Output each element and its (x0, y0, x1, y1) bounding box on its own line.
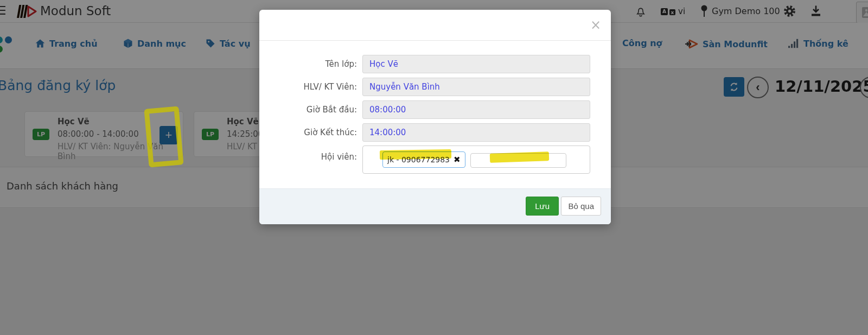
field-value-ten-lop[interactable]: Học Vẽ (362, 55, 590, 73)
field-value-gio-bat-dau[interactable]: 08:00:00 (362, 100, 590, 119)
field-label-gio-bat-dau: Giờ Bắt đầu: (264, 105, 357, 115)
member-search-input[interactable] (470, 153, 566, 168)
class-registration-modal: × Tên lớp: Học Vẽ HLV/ KT Viên: Nguyễn V… (259, 10, 611, 224)
save-button[interactable]: Lưu (526, 197, 559, 216)
field-label-gio-ket-thuc: Giờ Kết thúc: (264, 128, 357, 137)
member-tag[interactable]: jk - 0906772983 ✖ (382, 151, 465, 168)
modal-footer: Lưu Bỏ qua (259, 188, 611, 224)
remove-tag-icon[interactable]: ✖ (454, 155, 461, 165)
member-multiselect[interactable]: jk - 0906772983 ✖ (362, 146, 590, 174)
modal-header: × (259, 10, 611, 41)
close-icon[interactable]: × (590, 18, 601, 31)
app-window: ☰ Modun Soft A x vi (0, 0, 868, 335)
field-value-gio-ket-thuc[interactable]: 14:00:00 (362, 123, 590, 142)
field-value-hlv[interactable]: Nguyễn Văn Bình (362, 78, 590, 96)
field-label-hlv: HLV/ KT Viên: (264, 82, 357, 92)
skip-button[interactable]: Bỏ qua (561, 197, 601, 216)
member-tag-text: jk - 0906772983 (387, 155, 450, 164)
field-label-hoi-vien: Hội viên: (264, 152, 357, 162)
field-label-ten-lop: Tên lớp: (264, 59, 357, 69)
